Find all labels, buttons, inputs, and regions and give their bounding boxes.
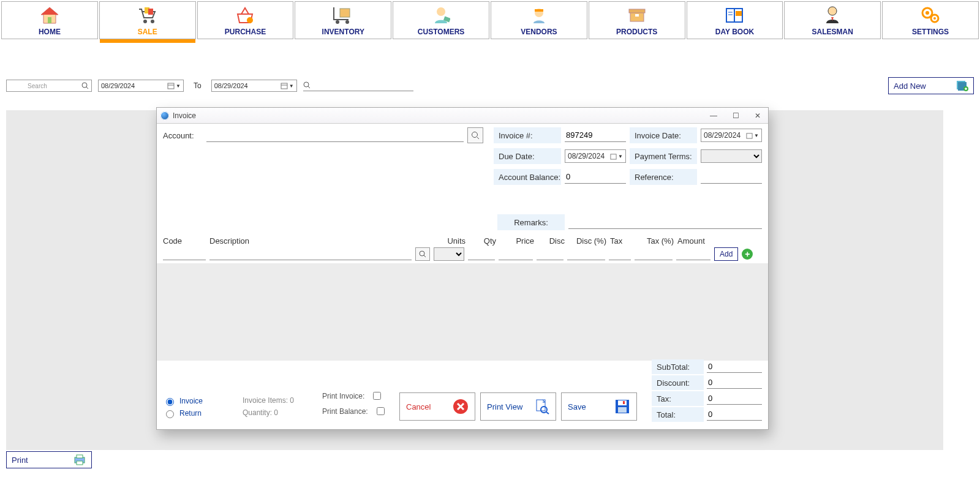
minimize-button[interactable]: — — [707, 111, 720, 120]
nav-daybook[interactable]: DAY BOOK — [687, 1, 783, 39]
print-button[interactable]: Print — [6, 451, 92, 468]
svg-point-11 — [437, 7, 445, 16]
add-new-label: Add New — [894, 81, 926, 91]
due-date-input[interactable]: 08/29/2024 ▼ — [565, 149, 626, 163]
radio-invoice[interactable] — [166, 398, 174, 406]
cancel-icon — [453, 399, 469, 415]
nav-purchase[interactable]: PURCHASE — [197, 1, 294, 39]
box-icon — [626, 6, 648, 25]
filter-search-input[interactable] — [303, 80, 413, 91]
invoice-date-input[interactable]: 08/29/2024 ▼ — [701, 129, 762, 142]
line-disc-input[interactable] — [537, 248, 564, 260]
cancel-button[interactable]: Cancel — [399, 392, 475, 421]
col-units: Units — [435, 236, 466, 246]
svg-marker-1 — [41, 7, 58, 15]
svg-point-27 — [82, 83, 87, 88]
total-value[interactable] — [707, 408, 762, 421]
vendor-icon — [528, 6, 550, 25]
invoice-no-input[interactable] — [565, 129, 626, 142]
line-tax-input[interactable] — [609, 248, 631, 260]
print-view-button[interactable]: Print View — [480, 392, 556, 421]
nav-customers[interactable]: CUSTOMERS — [393, 1, 489, 39]
svg-rect-8 — [340, 9, 350, 17]
line-taxp-input[interactable] — [635, 248, 673, 260]
search-placeholder: Search — [28, 83, 47, 89]
invoice-date-label: Invoice Date: — [630, 127, 697, 143]
print-invoice-label: Print Invoice: — [322, 392, 364, 400]
col-amount: Amount — [677, 236, 712, 246]
svg-line-44 — [477, 137, 479, 139]
col-tax: Tax — [610, 236, 632, 246]
nav-label: SETTINGS — [912, 28, 949, 36]
svg-point-9 — [336, 20, 339, 24]
close-button[interactable]: ✕ — [751, 111, 764, 120]
nav-inventory[interactable]: INVENTORY — [295, 1, 391, 39]
svg-rect-42 — [77, 461, 83, 465]
col-qty: Qty — [469, 236, 496, 246]
subtotal-value[interactable] — [707, 361, 762, 373]
due-date-label: Due Date: — [494, 148, 561, 164]
account-search-button[interactable] — [467, 127, 483, 143]
account-input[interactable] — [206, 129, 464, 142]
radio-invoice-label: Invoice — [179, 397, 203, 405]
date-from-input[interactable]: 08/29/2024 ▼ — [98, 80, 184, 92]
svg-rect-15 — [629, 9, 645, 13]
nav-home[interactable]: HOME — [1, 1, 98, 39]
svg-line-48 — [424, 255, 426, 257]
add-line-button[interactable]: Add — [714, 247, 738, 261]
col-code: Code — [163, 236, 206, 246]
svg-point-47 — [420, 251, 424, 256]
line-search-button[interactable] — [415, 247, 430, 261]
print-balance-checkbox[interactable] — [377, 407, 385, 415]
nav-settings[interactable]: SETTINGS — [882, 1, 979, 39]
to-label: To — [194, 81, 202, 90]
save-label: Save — [568, 402, 586, 411]
payment-terms-select[interactable] — [701, 149, 762, 163]
svg-rect-45 — [747, 133, 752, 138]
line-discp-input[interactable] — [567, 248, 605, 260]
date-to-input[interactable]: 08/29/2024 ▼ — [211, 80, 297, 92]
line-desc-input[interactable] — [209, 248, 412, 260]
svg-point-7 — [247, 17, 253, 23]
payment-terms-label: Payment Terms: — [630, 148, 697, 164]
line-code-input[interactable] — [163, 248, 206, 260]
svg-rect-31 — [281, 83, 287, 89]
account-label: Account: — [163, 131, 194, 140]
maximize-button[interactable]: ☐ — [729, 111, 742, 120]
nav-products[interactable]: PRODUCTS — [589, 1, 685, 39]
nav-sale[interactable]: SALE — [99, 1, 196, 39]
line-qty-input[interactable] — [468, 248, 495, 260]
tax-value[interactable] — [707, 392, 762, 405]
line-amount-input[interactable] — [676, 248, 710, 260]
customer-icon — [430, 6, 452, 25]
add-plus-button[interactable]: + — [742, 249, 753, 260]
search-input[interactable]: Search — [6, 80, 92, 92]
save-button[interactable]: Save — [561, 392, 637, 421]
printer-icon — [73, 454, 86, 466]
svg-point-10 — [345, 20, 349, 24]
discount-label: Discount: — [652, 375, 704, 390]
account-balance-input[interactable] — [565, 170, 626, 184]
search-icon — [471, 131, 480, 140]
svg-point-22 — [828, 7, 837, 15]
print-invoice-checkbox[interactable] — [373, 392, 381, 400]
discount-value[interactable] — [707, 377, 762, 389]
basket-icon — [234, 6, 256, 25]
add-new-button[interactable]: Add New — [888, 77, 974, 94]
svg-rect-29 — [168, 83, 174, 89]
col-desc: Description — [209, 236, 412, 246]
nav-vendors[interactable]: VENDORS — [491, 1, 587, 39]
reference-label: Reference: — [630, 169, 697, 185]
svg-rect-2 — [48, 17, 51, 23]
invoice-dialog: Invoice — ☐ ✕ Account: Invoice #: Invoic… — [156, 107, 769, 430]
invoice-date-value: 08/29/2024 — [704, 131, 741, 140]
line-units-select[interactable] — [434, 247, 464, 261]
due-date-value: 08/29/2024 — [568, 152, 605, 160]
radio-return[interactable] — [166, 410, 174, 418]
remarks-input[interactable] — [568, 216, 762, 229]
salesman-icon — [821, 6, 843, 25]
nav-salesman[interactable]: SALESMAN — [784, 1, 881, 39]
reference-input[interactable] — [701, 170, 762, 184]
line-price-input[interactable] — [499, 248, 533, 260]
calendar-dropdown-icon: ▼ — [167, 82, 181, 89]
